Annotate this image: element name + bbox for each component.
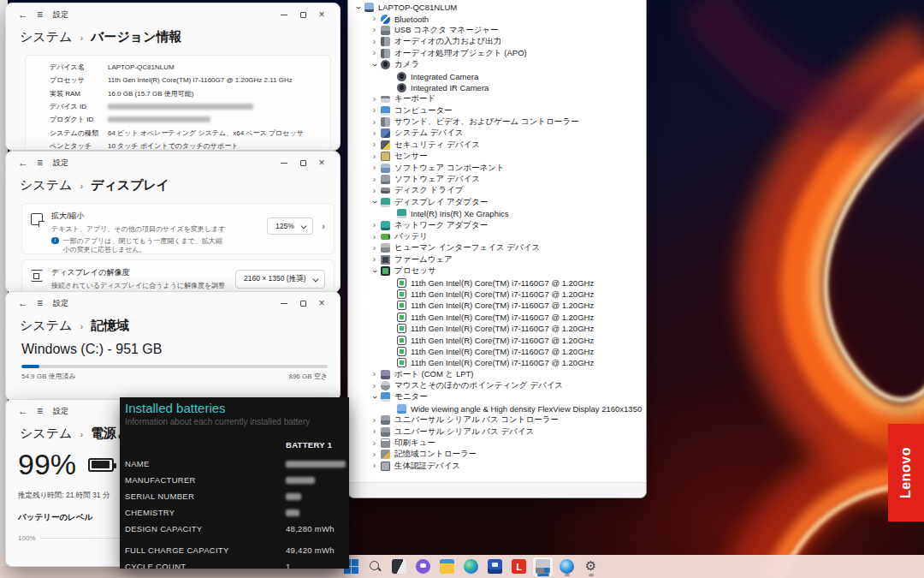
file-explorer-taskbar-button[interactable] bbox=[436, 557, 458, 577]
chevron-right-icon[interactable]: › bbox=[322, 221, 325, 231]
tree-item[interactable]: 11th Gen Intel(R) Core(TM) i7-1160G7 @ 1… bbox=[348, 334, 646, 345]
breadcrumb-root[interactable]: システム bbox=[20, 426, 72, 442]
expand-chevron-icon[interactable]: › bbox=[370, 49, 379, 57]
tree-item[interactable]: 11th Gen Intel(R) Core(TM) i7-1160G7 @ 1… bbox=[348, 323, 646, 334]
tree-item[interactable]: Integrated Camera bbox=[348, 70, 646, 81]
expand-chevron-icon[interactable]: › bbox=[370, 164, 379, 172]
desktop-app-taskbar-button[interactable] bbox=[388, 557, 410, 577]
tree-item[interactable]: ›コンピューター bbox=[348, 105, 646, 116]
scale-setting-card[interactable]: 拡大/縮小 テキスト、アプリ、その他の項目のサイズを変更します i 一部のアプリ… bbox=[21, 203, 335, 254]
expand-chevron-icon[interactable]: › bbox=[370, 129, 379, 138]
close-button[interactable]: × bbox=[312, 295, 331, 311]
menu-icon[interactable]: ≡ bbox=[37, 9, 43, 21]
blue-app-taskbar-button[interactable] bbox=[484, 557, 506, 577]
search-taskbar-button[interactable] bbox=[364, 557, 386, 577]
expand-chevron-icon[interactable]: › bbox=[370, 15, 379, 23]
expand-chevron-icon[interactable]: › bbox=[370, 187, 379, 195]
back-icon[interactable]: ← bbox=[18, 9, 28, 21]
breadcrumb-root[interactable]: システム bbox=[20, 29, 72, 45]
tree-item[interactable]: ›セキュリティ デバイス bbox=[348, 140, 646, 151]
back-icon[interactable]: ← bbox=[18, 157, 28, 169]
back-icon[interactable]: ← bbox=[18, 405, 28, 417]
tree-item[interactable]: 11th Gen Intel(R) Core(TM) i7-1160G7 @ 1… bbox=[348, 312, 646, 323]
tree-item[interactable]: ›バッテリ bbox=[348, 231, 646, 242]
expand-chevron-icon[interactable]: › bbox=[370, 392, 379, 402]
tree-item[interactable]: ›印刷キュー bbox=[348, 438, 646, 449]
minimize-button[interactable] bbox=[275, 295, 293, 311]
tree-item[interactable]: ›記憶域コントローラー bbox=[348, 449, 646, 460]
tree-item[interactable]: ›生体認証デバイス bbox=[348, 461, 646, 472]
tree-item[interactable]: ›オーディオ処理オブジェクト (APO) bbox=[348, 48, 646, 59]
tree-item[interactable]: 11th Gen Intel(R) Core(TM) i7-1160G7 @ 1… bbox=[348, 289, 646, 300]
expand-chevron-icon[interactable]: › bbox=[370, 382, 379, 390]
expand-chevron-icon[interactable]: › bbox=[370, 221, 379, 229]
expand-chevron-icon[interactable]: › bbox=[370, 176, 379, 184]
resolution-setting-card[interactable]: ディスプレイの解像度 接続されているディスプレイに合うように解像度を調整する 2… bbox=[21, 259, 335, 293]
expand-chevron-icon[interactable]: › bbox=[370, 416, 379, 425]
device-manager-taskbar-button[interactable] bbox=[532, 557, 554, 577]
globe-app-taskbar-button[interactable] bbox=[556, 557, 578, 577]
expand-chevron-icon[interactable]: › bbox=[370, 255, 379, 264]
tree-item[interactable]: ›キーボード bbox=[348, 93, 646, 104]
tree-item[interactable]: ›ディスク ドライブ bbox=[348, 185, 646, 196]
tree-item[interactable]: ›ネットワーク アダプター bbox=[348, 219, 646, 230]
tree-item[interactable]: ›ヒューマン インターフェイス デバイス bbox=[348, 242, 646, 253]
breadcrumb-root[interactable]: システム bbox=[20, 177, 72, 194]
expand-chevron-icon[interactable]: › bbox=[370, 427, 379, 436]
red-l-app-taskbar-button[interactable] bbox=[508, 557, 530, 577]
expand-chevron-icon[interactable]: › bbox=[370, 462, 379, 470]
tree-item[interactable]: ›ユニバーサル シリアル バス デバイス bbox=[348, 426, 646, 437]
tree-item[interactable]: 11th Gen Intel(R) Core(TM) i7-1160G7 @ 1… bbox=[348, 300, 646, 311]
tree-item[interactable]: Integrated IR Camera bbox=[348, 82, 646, 93]
expand-chevron-icon[interactable]: › bbox=[370, 60, 379, 69]
chat-app-taskbar-button[interactable] bbox=[412, 557, 434, 577]
tree-item[interactable]: ›ソフトウェア コンポーネント bbox=[348, 162, 646, 173]
scale-dropdown[interactable]: 125% bbox=[267, 217, 313, 235]
tree-item[interactable]: ›ディスプレイ アダプター bbox=[348, 197, 646, 208]
tree-item[interactable]: ›システム デバイス bbox=[348, 128, 646, 139]
tree-item[interactable]: ›ユニバーサル シリアル バス コントローラー bbox=[348, 414, 646, 426]
minimize-button[interactable] bbox=[275, 7, 293, 22]
tree-item[interactable]: ›LAPTOP-QC81NLUM bbox=[348, 2, 646, 13]
expand-chevron-icon[interactable]: › bbox=[370, 233, 379, 241]
expand-chevron-icon[interactable]: › bbox=[370, 140, 379, 149]
tree-item[interactable]: ›センサー bbox=[348, 151, 646, 162]
close-button[interactable]: × bbox=[312, 7, 331, 22]
tree-item[interactable]: ›マウスとそのほかのポインティング デバイス bbox=[348, 380, 646, 391]
expand-chevron-icon[interactable]: › bbox=[370, 450, 379, 459]
tree-item[interactable]: ›プロセッサ bbox=[348, 265, 646, 277]
expand-chevron-icon[interactable]: › bbox=[370, 266, 379, 276]
tree-item[interactable]: ›オーディオの入力および出力 bbox=[348, 36, 646, 47]
expand-chevron-icon[interactable]: › bbox=[370, 26, 379, 34]
expand-chevron-icon[interactable]: › bbox=[370, 118, 379, 127]
expand-chevron-icon[interactable]: › bbox=[370, 244, 379, 253]
tree-item[interactable]: 11th Gen Intel(R) Core(TM) i7-1160G7 @ 1… bbox=[348, 346, 646, 357]
tree-item[interactable]: 11th Gen Intel(R) Core(TM) i7-1160G7 @ 1… bbox=[348, 277, 646, 288]
expand-chevron-icon[interactable]: › bbox=[370, 198, 379, 207]
tree-item[interactable]: ›ファームウェア bbox=[348, 254, 646, 265]
expand-chevron-icon[interactable]: › bbox=[370, 106, 379, 115]
tree-item[interactable]: ›Bluetooth bbox=[348, 13, 646, 24]
expand-chevron-icon[interactable]: › bbox=[370, 439, 379, 448]
maximize-button[interactable] bbox=[293, 7, 312, 22]
tree-item[interactable]: ›カメラ bbox=[348, 59, 646, 70]
expand-chevron-icon[interactable]: › bbox=[370, 38, 379, 46]
resolution-dropdown[interactable]: 2160 × 1350 (推奨) bbox=[235, 270, 325, 289]
menu-icon[interactable]: ≡ bbox=[37, 157, 43, 169]
tree-item[interactable]: Wide viewing angle & High density FlexVi… bbox=[348, 403, 646, 414]
expand-chevron-icon[interactable]: › bbox=[370, 95, 379, 104]
tree-item[interactable]: ›ソフトウェア デバイス bbox=[348, 174, 646, 185]
menu-icon[interactable]: ≡ bbox=[37, 297, 43, 309]
expand-chevron-icon[interactable]: › bbox=[354, 3, 363, 12]
expand-chevron-icon[interactable]: › bbox=[370, 152, 379, 161]
tree-item[interactable]: ›モニター bbox=[348, 391, 646, 402]
back-icon[interactable]: ← bbox=[18, 297, 28, 309]
maximize-button[interactable] bbox=[293, 295, 312, 311]
breadcrumb-root[interactable]: システム bbox=[20, 318, 72, 334]
settings-gear-taskbar-button[interactable] bbox=[580, 557, 601, 577]
tree-item[interactable]: ›サウンド、ビデオ、およびゲーム コントローラー bbox=[348, 116, 646, 128]
menu-icon[interactable]: ≡ bbox=[37, 405, 43, 417]
tree-item[interactable]: Intel(R) Iris(R) Xe Graphics bbox=[348, 208, 646, 219]
expand-chevron-icon[interactable]: › bbox=[370, 370, 379, 378]
tree-item[interactable]: ›USB コネクタ マネージャー bbox=[348, 25, 646, 36]
